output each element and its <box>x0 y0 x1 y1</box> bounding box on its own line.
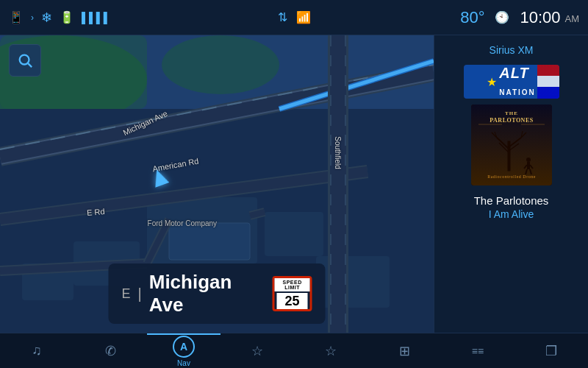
svg-text:Radiocontrolled Drone: Radiocontrolled Drone <box>487 174 536 179</box>
copy-icon: ❐ <box>545 343 557 359</box>
speed-limit-number: 25 <box>277 293 308 309</box>
svg-point-29 <box>20 55 29 65</box>
music-icon: ♫ <box>32 343 42 358</box>
settings-icon: ≡≡ <box>472 345 484 357</box>
search-button[interactable] <box>9 44 41 77</box>
svg-point-42 <box>526 158 531 162</box>
track-artist: The Parlotones <box>474 194 549 207</box>
speed-limit-label: SPEED LIMIT <box>275 278 310 291</box>
sidebar: Sirius XM ★ ALT NATION <box>434 35 588 333</box>
nav-item-fav2[interactable]: ☆ <box>294 333 368 368</box>
clock-icon: 🕙 <box>495 10 509 24</box>
main-content: Michigan Ave American Rd Southfield E Rd… <box>0 35 588 333</box>
chevron-right-icon: › <box>31 13 34 23</box>
snowflake-icon: ❄ <box>41 10 52 26</box>
nav-item-nav[interactable]: A Nav <box>147 333 220 368</box>
search-icon <box>17 52 33 68</box>
nav-circle-letter: A <box>180 341 187 353</box>
svg-text:PARLOTONES: PARLOTONES <box>490 117 533 124</box>
top-bar: 📱 › ❄ 🔋 ▌▌▌▌ ⇅ 📶 80° 🕙 10:00 AM <box>0 0 588 35</box>
svg-rect-9 <box>316 256 390 308</box>
phone-icon: 📱 <box>9 10 24 24</box>
grid-icon: ⊞ <box>399 343 410 359</box>
track-info: The Parlotones I Am Alive <box>474 194 549 220</box>
sirius-xm-label: Sirius XM <box>490 44 534 56</box>
alt-nation-logo: ★ ALT NATION <box>464 65 559 99</box>
bottom-nav: ♫ ✆ A Nav ☆ ☆ ⊞ ≡≡ ❐ <box>0 333 588 368</box>
station-name: ALT NATION <box>499 65 536 99</box>
top-bar-center-icons: ⇅ 📶 <box>278 10 311 24</box>
nav-item-music[interactable]: ♫ <box>0 333 74 368</box>
svg-line-28 <box>250 212 265 216</box>
street-direction: E <box>122 286 131 302</box>
nav-item-copy[interactable]: ❐ <box>514 333 588 368</box>
flag-decoration <box>537 65 559 99</box>
time-ampm: AM <box>565 13 580 24</box>
star2-icon: ☆ <box>325 343 337 359</box>
temperature-display: 80° <box>460 8 484 27</box>
wifi-icon: 📶 <box>296 10 311 24</box>
nav-item-fav1[interactable]: ☆ <box>220 333 294 368</box>
star1-icon: ☆ <box>251 343 263 359</box>
top-bar-left-icons: 📱 › ❄ 🔋 ▌▌▌▌ <box>9 10 111 26</box>
track-song: I Am Alive <box>474 208 549 220</box>
svg-rect-10 <box>169 223 250 260</box>
street-separator: | <box>138 286 142 302</box>
arrows-icon: ⇅ <box>278 10 287 24</box>
time-display: 10:00 AM <box>520 8 579 27</box>
top-bar-right-info: 80° 🕙 10:00 AM <box>460 8 579 27</box>
battery-icon: 🔋 <box>60 10 74 24</box>
time-value: 10:00 <box>520 8 560 27</box>
svg-point-2 <box>162 35 279 94</box>
speed-limit-sign: SPEED LIMIT 25 <box>273 276 312 311</box>
street-name: Michigan Ave <box>149 271 265 316</box>
svg-text:THE: THE <box>505 110 518 116</box>
svg-rect-43 <box>527 162 530 169</box>
album-art: THE PARLOTONES Radiocontrolled Drone <box>471 105 552 185</box>
signal-bars-icon: ▌▌▌▌ <box>82 12 111 24</box>
phone-nav-icon: ✆ <box>105 343 116 359</box>
svg-rect-7 <box>265 212 323 256</box>
nav-item-grid[interactable]: ⊞ <box>368 333 441 368</box>
nav-circle: A <box>173 336 195 358</box>
street-banner: E | Michigan Ave SPEED LIMIT 25 <box>109 263 326 324</box>
map-section: Michigan Ave American Rd Southfield E Rd… <box>0 35 434 333</box>
star-icon: ★ <box>487 75 497 89</box>
nav-item-phone[interactable]: ✆ <box>74 333 147 368</box>
svg-line-30 <box>28 63 32 67</box>
nav-label-nav: Nav <box>177 359 190 367</box>
nav-item-settings[interactable]: ≡≡ <box>441 333 514 368</box>
